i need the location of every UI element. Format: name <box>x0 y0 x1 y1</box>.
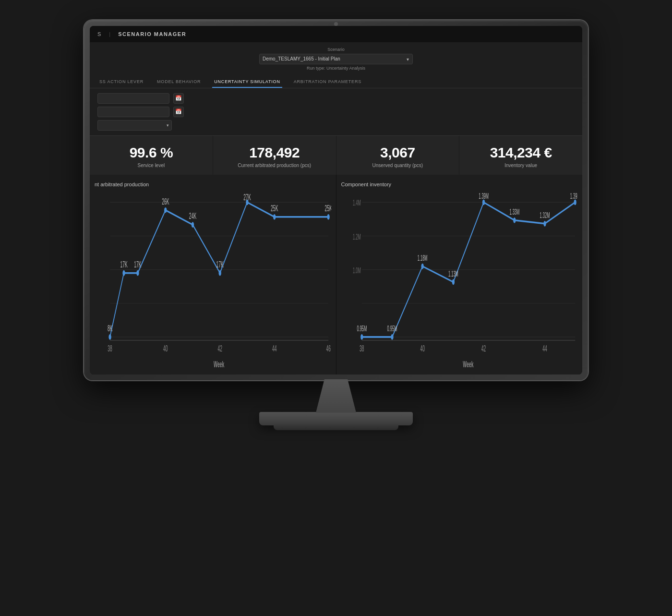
inv-dp-5 <box>513 217 516 223</box>
scenario-select[interactable]: Demo_TESLAMY_1665 - Initial Plan <box>259 54 413 64</box>
nav-bar: S | SCENARIO MANAGER <box>90 26 582 42</box>
inv-label-139-2: 1.39M <box>570 191 577 200</box>
filter-select-wrapper <box>97 120 172 131</box>
app-name: S <box>97 31 101 37</box>
chart-inventory-title: Component inventory <box>341 181 578 187</box>
filter-row-1: 📅 <box>97 93 575 104</box>
tab-model-behavior[interactable]: MODEL BEHAVIOR <box>155 76 203 88</box>
inv-label-133: 1.33M <box>509 207 519 216</box>
kpi-service-level-value: 99.6 % <box>130 145 173 161</box>
x-tick-44: 44 <box>272 343 277 353</box>
dp-5 <box>219 270 221 276</box>
y-label-12m: 1.2M <box>353 232 361 241</box>
chart-inventory: Component inventory 1.4M 1.2M <box>336 175 583 374</box>
filter-row-2: 📅 <box>97 107 575 117</box>
inv-label-139-1: 1.39M <box>479 191 489 200</box>
monitor-base <box>259 412 413 425</box>
label-17k-1: 17K <box>120 259 127 269</box>
inv-x-tick-40: 40 <box>420 343 425 353</box>
label-8k: 8K <box>108 323 113 333</box>
inv-x-tick-38: 38 <box>360 343 364 353</box>
label-27k: 27K <box>243 192 251 202</box>
dp-0 <box>108 334 111 340</box>
inv-label-118: 1.18M <box>417 253 427 262</box>
chart-production-title: nt arbitrated production <box>95 181 331 187</box>
dp-2 <box>136 270 139 276</box>
scenario-row: Scenario Demo_TESLAMY_1665 - Initial Pla… <box>90 42 582 72</box>
tab-uncertainty-simulation[interactable]: UNCERTAINTY SIMULATION <box>212 76 282 88</box>
label-26k: 26K <box>162 196 169 206</box>
inv-dp-1 <box>391 334 393 340</box>
x-tick-46: 46 <box>326 343 331 353</box>
kpi-inventory-value: 314,234 € <box>490 145 552 161</box>
chart-production: nt arbitrated production <box>90 175 336 374</box>
chart-production-area: 8K 17K 17K 26K 24K 17K 27K 25K 25K 38 <box>95 191 331 371</box>
inv-label-132: 1.32M <box>540 210 550 219</box>
inv-dp-3 <box>452 279 454 285</box>
inv-dp-2 <box>421 263 423 269</box>
chart-inventory-svg: 1.4M 1.2M 1.0M <box>341 191 578 371</box>
inv-dp-0 <box>360 334 363 340</box>
calendar-icon-2[interactable]: 📅 <box>173 107 184 117</box>
x-tick-42: 42 <box>217 343 222 353</box>
scenario-label: Scenario <box>327 47 345 52</box>
label-25k-1: 25K <box>271 203 278 213</box>
tab-ss-action-lever[interactable]: SS ACTION LEVER <box>97 76 145 88</box>
run-type-label: Run type: Uncertainty Analysis <box>307 66 365 71</box>
label-24k: 24K <box>189 211 196 221</box>
label-25k-2: 25K <box>325 203 331 213</box>
dp-3 <box>164 207 167 213</box>
x-tick-38: 38 <box>108 343 112 353</box>
filter-row-3 <box>97 120 575 131</box>
y-label-10m: 1.0M <box>353 266 361 275</box>
chart-inventory-area: 1.4M 1.2M 1.0M <box>341 191 578 371</box>
charts-section: nt arbitrated production <box>90 175 582 374</box>
tab-arbitration-parameters[interactable]: ARBITRATION PARAMETERS <box>292 76 363 88</box>
label-17k-3: 17K <box>216 259 224 269</box>
inv-label-095-1: 0.95M <box>357 324 367 333</box>
kpi-inventory: 314,234 € Inventory value <box>459 136 582 175</box>
label-17k-2: 17K <box>134 259 141 269</box>
kpi-service-level-label: Service level <box>138 163 165 168</box>
y-label-14m: 1.4M <box>353 198 361 207</box>
kpi-section: 99.6 % Service level 178,492 Current arb… <box>90 136 582 175</box>
calendar-icon-1[interactable]: 📅 <box>173 93 184 104</box>
date-to-input[interactable] <box>97 107 169 117</box>
scenario-select-wrapper: Demo_TESLAMY_1665 - Initial Plan <box>259 54 413 64</box>
kpi-production-label: Current arbitrated production (pcs) <box>238 163 311 168</box>
nav-separator: | <box>109 31 110 37</box>
inv-dp-6 <box>543 220 546 226</box>
kpi-unserved-value: 3,067 <box>380 145 415 161</box>
x-tick-40: 40 <box>163 343 168 353</box>
nav-title: SCENARIO MANAGER <box>118 31 186 37</box>
kpi-production-value: 178,492 <box>249 145 300 161</box>
monitor-neck <box>307 379 365 413</box>
date-from-input[interactable] <box>97 93 169 104</box>
monitor-bezel: S | SCENARIO MANAGER Scenario Demo_TESLA… <box>84 20 588 380</box>
dp-7 <box>273 214 276 219</box>
camera-icon <box>334 22 338 26</box>
dp-1 <box>122 270 125 276</box>
kpi-production: 178,492 Current arbitrated production (p… <box>213 136 336 175</box>
kpi-service-level: 99.6 % Service level <box>90 136 213 175</box>
x-axis-title-2: Week <box>463 359 474 369</box>
kpi-unserved: 3,067 Unserved quantity (pcs) <box>336 136 460 175</box>
dp-8 <box>327 214 329 219</box>
monitor-container: S | SCENARIO MANAGER Scenario Demo_TESLA… <box>72 20 600 596</box>
dp-4 <box>192 222 194 228</box>
filter-select[interactable] <box>97 120 172 131</box>
monitor-base-bottom <box>274 424 398 430</box>
inv-label-113: 1.13M <box>448 269 458 278</box>
inv-label-095-2: 0.95M <box>387 324 397 333</box>
inv-x-tick-44: 44 <box>542 343 547 353</box>
kpi-unserved-label: Unserved quantity (pcs) <box>372 163 423 168</box>
tabs-row: SS ACTION LEVER MODEL BEHAVIOR UNCERTAIN… <box>90 72 582 88</box>
x-axis-title-1: Week <box>214 359 225 369</box>
kpi-inventory-label: Inventory value <box>504 163 537 168</box>
screen: S | SCENARIO MANAGER Scenario Demo_TESLA… <box>90 26 582 374</box>
inv-x-tick-42: 42 <box>481 343 486 353</box>
filter-area: 📅 📅 <box>90 88 582 135</box>
chart-production-svg: 8K 17K 17K 26K 24K 17K 27K 25K 25K 38 <box>95 191 331 371</box>
